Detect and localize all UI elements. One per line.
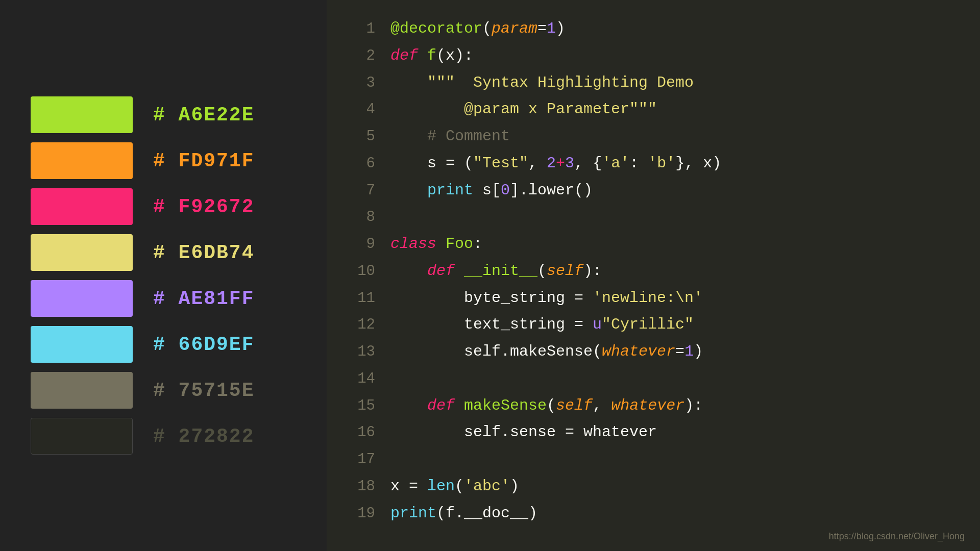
- code-line-5: 5 # Comment: [347, 123, 960, 150]
- code-line-14: 14: [347, 365, 960, 392]
- swatch-dark: [31, 418, 133, 455]
- swatch-row-8: # 272822: [31, 418, 296, 455]
- swatch-row-3: # F92672: [31, 188, 296, 225]
- code-line-17: 17: [347, 446, 960, 473]
- swatch-orange: [31, 142, 133, 179]
- code-content: 1 @decorator(param=1) 2 def f(x): 3 """ …: [347, 15, 960, 527]
- swatch-row-7: # 75715E: [31, 372, 296, 409]
- swatch-label-dark: # 272822: [153, 425, 254, 447]
- code-line-3: 3 """ Syntax Highlighting Demo: [347, 69, 960, 96]
- code-line-8: 8: [347, 204, 960, 231]
- code-line-1: 1 @decorator(param=1): [347, 15, 960, 42]
- code-line-13: 13 self.makeSense(whatever=1): [347, 338, 960, 365]
- watermark: https://blog.csdn.net/Oliver_Hong: [829, 531, 965, 542]
- swatch-yellow: [31, 234, 133, 271]
- swatch-label-yellow: # E6DB74: [153, 242, 254, 264]
- code-line-9: 9 class Foo:: [347, 231, 960, 258]
- code-line-4: 4 @param x Parameter""": [347, 96, 960, 123]
- swatch-cyan: [31, 326, 133, 363]
- code-line-19: 19 print(f.__doc__): [347, 500, 960, 527]
- code-line-18: 18 x = len('abc'): [347, 473, 960, 500]
- swatch-pink: [31, 188, 133, 225]
- swatch-label-brown: # 75715E: [153, 380, 254, 402]
- swatch-label-cyan: # 66D9EF: [153, 334, 254, 356]
- swatch-label-orange: # FD971F: [153, 150, 254, 172]
- code-line-10: 10 def __init__(self):: [347, 258, 960, 285]
- swatch-label-purple: # AE81FF: [153, 288, 254, 310]
- swatch-brown: [31, 372, 133, 409]
- code-line-11: 11 byte_string = 'newline:\n': [347, 285, 960, 312]
- code-line-16: 16 self.sense = whatever: [347, 419, 960, 446]
- code-line-2: 2 def f(x):: [347, 42, 960, 69]
- code-line-7: 7 print s[0].lower(): [347, 177, 960, 204]
- code-line-15: 15 def makeSense(self, whatever):: [347, 392, 960, 419]
- swatch-green: [31, 96, 133, 133]
- code-line-12: 12 text_string = u"Cyrillic": [347, 311, 960, 338]
- swatch-row-4: # E6DB74: [31, 234, 296, 271]
- code-editor: 1 @decorator(param=1) 2 def f(x): 3 """ …: [327, 0, 980, 551]
- swatch-row-5: # AE81FF: [31, 280, 296, 317]
- swatch-row-1: # A6E22E: [31, 96, 296, 133]
- color-palette: # A6E22E # FD971F # F92672 # E6DB74 # AE…: [0, 0, 327, 551]
- swatch-label-pink: # F92672: [153, 196, 254, 218]
- swatch-label-green: # A6E22E: [153, 104, 254, 126]
- swatch-row-2: # FD971F: [31, 142, 296, 179]
- swatch-row-6: # 66D9EF: [31, 326, 296, 363]
- swatch-purple: [31, 280, 133, 317]
- code-line-6: 6 s = ("Test", 2+3, {'a': 'b'}, x): [347, 150, 960, 177]
